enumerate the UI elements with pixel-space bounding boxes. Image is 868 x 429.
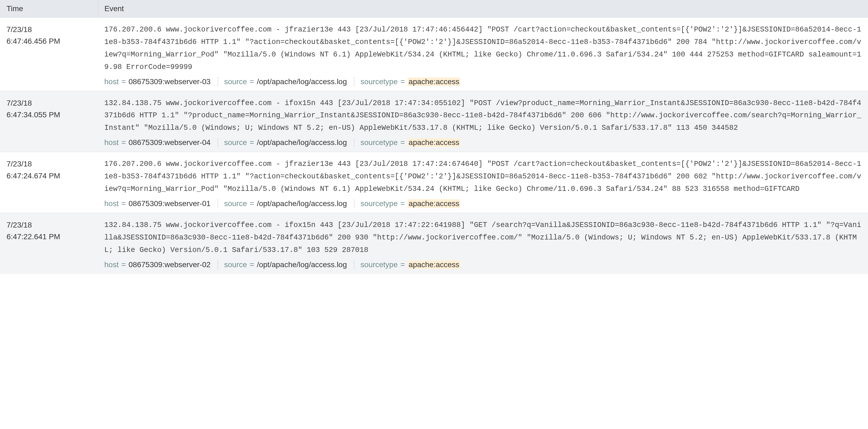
event-content-cell[interactable]: 132.84.138.75 www.jockorivercoffee.com -… [98,213,868,274]
meta-item-source[interactable]: source=/opt/apache/log/access.log [224,261,354,269]
event-content-cell[interactable]: 176.207.200.6 www.jockorivercoffee.com -… [98,18,868,91]
event-time-cell[interactable]: 7/23/186:47:46.456 PM [0,18,98,91]
meta-value[interactable]: 08675309:webserver-02 [128,261,211,269]
meta-item-sourcetype[interactable]: sourcetype=apache:access [361,78,460,86]
meta-key: sourcetype [361,199,398,208]
meta-value[interactable]: apache:access [408,78,461,86]
meta-item-host[interactable]: host=08675309:webserver-04 [104,138,218,147]
meta-eq: = [250,138,254,147]
meta-eq: = [400,261,405,269]
meta-item-host[interactable]: host=08675309:webserver-03 [104,78,218,86]
event-raw[interactable]: 132.84.138.75 www.jockorivercoffee.com -… [104,219,862,256]
table-row[interactable]: 7/23/186:47:24.674 PM176.207.200.6 www.j… [0,152,868,213]
meta-eq: = [400,78,405,86]
event-time: 6:47:24.674 PM [6,170,91,182]
meta-eq: = [121,78,126,86]
meta-item-source[interactable]: source=/opt/apache/log/access.log [224,138,354,147]
event-date: 7/23/18 [6,158,91,170]
event-date: 7/23/18 [6,219,91,231]
meta-key: sourcetype [361,138,398,147]
event-content-cell[interactable]: 132.84.138.75 www.jockorivercoffee.com -… [98,91,868,152]
event-time: 6:47:22.641 PM [6,231,91,242]
event-time-cell[interactable]: 7/23/186:47:24.674 PM [0,152,98,213]
event-meta-row: host=08675309:webserver-02source=/opt/ap… [104,261,862,269]
meta-eq: = [250,78,254,86]
event-meta-row: host=08675309:webserver-03source=/opt/ap… [104,78,862,86]
meta-eq: = [400,138,405,147]
meta-eq: = [400,199,405,208]
meta-value[interactable]: /opt/apache/log/access.log [257,78,347,86]
event-time: 6:47:46.456 PM [6,35,91,47]
column-header-event[interactable]: Event [98,0,868,18]
event-time-cell[interactable]: 7/23/186:47:22.641 PM [0,213,98,274]
event-date: 7/23/18 [6,24,91,35]
meta-value[interactable]: /opt/apache/log/access.log [257,261,347,269]
table-row[interactable]: 7/23/186:47:22.641 PM132.84.138.75 www.j… [0,213,868,274]
meta-eq: = [121,261,126,269]
table-row[interactable]: 7/23/186:47:46.456 PM176.207.200.6 www.j… [0,18,868,91]
meta-key: source [224,261,247,269]
meta-item-source[interactable]: source=/opt/apache/log/access.log [224,199,354,208]
meta-item-host[interactable]: host=08675309:webserver-02 [104,261,218,269]
event-content-cell[interactable]: 176.207.200.6 www.jockorivercoffee.com -… [98,152,868,213]
meta-value[interactable]: /opt/apache/log/access.log [257,199,347,208]
meta-key: sourcetype [361,78,398,86]
meta-key: source [224,78,247,86]
meta-item-sourcetype[interactable]: sourcetype=apache:access [361,199,460,208]
event-raw[interactable]: 132.84.138.75 www.jockorivercoffee.com -… [104,97,862,135]
meta-key: source [224,138,247,147]
meta-item-host[interactable]: host=08675309:webserver-01 [104,199,218,208]
meta-value[interactable]: apache:access [408,199,461,208]
event-time: 6:47:34.055 PM [6,109,91,121]
meta-eq: = [250,261,254,269]
meta-key: sourcetype [361,261,398,269]
meta-eq: = [121,138,126,147]
meta-item-source[interactable]: source=/opt/apache/log/access.log [224,78,354,86]
column-header-time[interactable]: Time [0,0,98,18]
meta-value[interactable]: /opt/apache/log/access.log [257,138,347,147]
meta-key: host [104,261,119,269]
event-raw[interactable]: 176.207.200.6 www.jockorivercoffee.com -… [104,24,862,73]
event-time-cell[interactable]: 7/23/186:47:34.055 PM [0,91,98,152]
meta-key: host [104,138,119,147]
event-meta-row: host=08675309:webserver-01source=/opt/ap… [104,199,862,208]
meta-item-sourcetype[interactable]: sourcetype=apache:access [361,261,460,269]
meta-key: source [224,199,247,208]
event-date: 7/23/18 [6,97,91,109]
meta-value[interactable]: 08675309:webserver-03 [128,78,211,86]
table-header-row: Time Event [0,0,868,18]
meta-value[interactable]: 08675309:webserver-01 [128,199,211,208]
meta-key: host [104,78,119,86]
meta-value[interactable]: 08675309:webserver-04 [128,138,211,147]
meta-eq: = [121,199,126,208]
meta-eq: = [250,199,254,208]
meta-key: host [104,199,119,208]
table-row[interactable]: 7/23/186:47:34.055 PM132.84.138.75 www.j… [0,91,868,152]
event-meta-row: host=08675309:webserver-04source=/opt/ap… [104,138,862,147]
meta-value[interactable]: apache:access [408,138,461,147]
events-table: Time Event 7/23/186:47:46.456 PM176.207.… [0,0,868,274]
meta-item-sourcetype[interactable]: sourcetype=apache:access [361,138,460,147]
meta-value[interactable]: apache:access [408,261,461,269]
event-raw[interactable]: 176.207.200.6 www.jockorivercoffee.com -… [104,158,862,195]
